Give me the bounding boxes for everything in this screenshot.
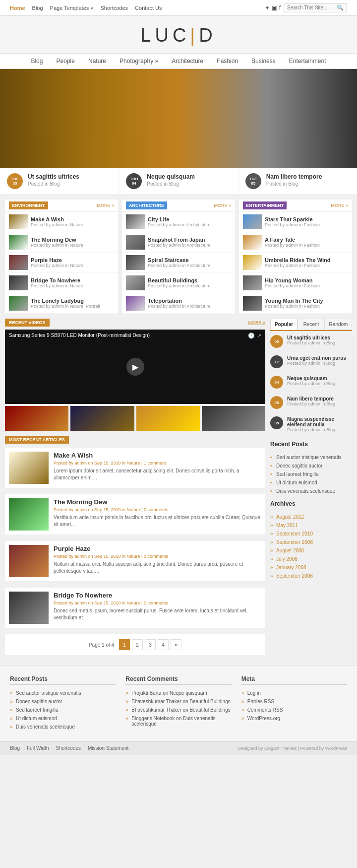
featured-item-1[interactable]: TUE 05 Ut sagittis ultrices Posted in Bl… (0, 168, 119, 194)
cat-item[interactable]: Stars That Sparkle Posted by admin in Fa… (239, 212, 352, 232)
page-btn-3[interactable]: 3 (145, 639, 156, 650)
footer-meta-2[interactable]: Entries RSS (241, 697, 347, 706)
item-title[interactable]: Beautiful Buildings (148, 277, 211, 283)
bottom-footer-link-2[interactable]: Full Width (27, 745, 49, 751)
sec-nav-people[interactable]: People (57, 58, 75, 65)
sidebar-archive-3[interactable]: September 2010 (270, 530, 352, 538)
cat-item[interactable]: Young Man In The City Posted by admin in… (239, 293, 352, 314)
cat-more-environment[interactable]: MORE » (97, 203, 114, 208)
video-thumb-4[interactable] (202, 406, 265, 431)
footer-recent-post-5[interactable]: Duis venenatis scelerisque (10, 723, 116, 731)
page-next-btn[interactable]: » (171, 639, 181, 650)
page-btn-4[interactable]: 4 (158, 639, 169, 650)
item-title[interactable]: The Morning Dew (31, 237, 83, 243)
cat-item[interactable]: City Life Posted by admin in Architectur… (122, 212, 235, 232)
sp-title-2[interactable]: Urna eget erat non purus (287, 355, 346, 361)
footer-recent-post-1[interactable]: Sed auctor tristique venenatis (10, 689, 116, 697)
cat-item[interactable]: Umbrella Rides The Wind Posted by admin … (239, 253, 352, 273)
nav-page-templates[interactable]: Page Templates » (50, 5, 94, 11)
rss-icon[interactable]: ▣ (272, 4, 277, 11)
sec-nav-fashion[interactable]: Fashion (217, 58, 238, 65)
sidebar-list-item-3[interactable]: Sed laoreet fringilla (270, 470, 352, 478)
play-button[interactable]: ▶ (126, 358, 144, 376)
sidebar-archive-4[interactable]: September 2008 (270, 538, 352, 546)
sec-nav-nature[interactable]: Nature (88, 58, 106, 65)
footer-recent-comment-2[interactable]: Bhaveshkumar Thaker on Beautiful Buildin… (125, 697, 231, 706)
footer-meta-3[interactable]: Comments RSS (241, 706, 347, 714)
footer-meta-4[interactable]: WordPress.org (241, 714, 347, 723)
sp-title-3[interactable]: Neque quisquam (287, 376, 335, 381)
footer-recent-post-3[interactable]: Sed laoreet fringilla (10, 706, 116, 714)
nav-contact[interactable]: Contact Us (135, 5, 162, 11)
cat-item[interactable]: Make A Wish Posted by admin in Nature (5, 212, 118, 232)
sec-nav-architecture[interactable]: Architecture (172, 58, 203, 65)
article-title-1[interactable]: Make A Wish (54, 452, 261, 459)
footer-recent-comment-4[interactable]: Blogger's Notebook on Duis venenatis sce… (125, 714, 231, 728)
article-title-3[interactable]: Purple Haze (54, 545, 261, 552)
cat-item[interactable]: Beautiful Buildings Posted by admin in A… (122, 273, 235, 293)
item-title[interactable]: Purple Haze (31, 257, 83, 263)
sidebar-tab-random[interactable]: Random (325, 319, 352, 330)
sidebar-archive-7[interactable]: January 2008 (270, 563, 352, 572)
sp-title-5[interactable]: Magna suspendisse eleifend at nulla (287, 416, 352, 427)
sp-title-4[interactable]: Nam libero tempore (287, 396, 335, 401)
item-title[interactable]: Hip Young Woman (265, 277, 320, 283)
page-btn-1[interactable]: 1 (119, 639, 130, 650)
share-icon[interactable]: ↗ (257, 333, 261, 339)
bottom-footer-link-1[interactable]: Blog (10, 745, 20, 751)
video-thumb-1[interactable] (5, 406, 68, 431)
item-title[interactable]: Teleportation (148, 298, 211, 304)
cat-item[interactable]: Teleportation Posted by admin in Archite… (122, 293, 235, 314)
footer-recent-post-4[interactable]: Ut dictum euismod (10, 714, 116, 723)
item-title[interactable]: Young Man In The City (265, 298, 323, 304)
cat-item[interactable]: Hip Young Woman Posted by admin in Fashi… (239, 273, 352, 293)
sidebar-list-item-1[interactable]: Sed auctor tristique venenatis (270, 453, 352, 462)
cat-item[interactable]: The Morning Dew Posted by admin in Natur… (5, 232, 118, 253)
sidebar-list-item-5[interactable]: Duis venenatis scelerisque (270, 487, 352, 495)
search-icon[interactable]: 🔍 (337, 4, 344, 11)
sidebar-tab-recent[interactable]: Recent (298, 319, 325, 330)
footer-recent-post-2[interactable]: Donec sagittis auctor (10, 697, 116, 706)
featured-title-2[interactable]: Neque quisquam (147, 173, 195, 180)
cat-item[interactable]: A Fairy Tale Posted by admin in Fashion (239, 232, 352, 253)
sec-nav-photography[interactable]: Photography » (119, 58, 158, 65)
bottom-footer-link-4[interactable]: Mission Statement (88, 745, 128, 751)
featured-title-3[interactable]: Nam libero tempore (266, 173, 322, 180)
nav-shortcodes[interactable]: Shortcodes (100, 5, 128, 11)
page-btn-2[interactable]: 2 (132, 639, 143, 650)
cat-item[interactable]: Bridge To Nowhere Posted by admin in Nat… (5, 273, 118, 293)
sec-nav-business[interactable]: Business (251, 58, 276, 65)
sidebar-archive-2[interactable]: May 2011 (270, 521, 352, 530)
item-title[interactable]: Snapshot From Japan (148, 237, 211, 243)
search-box[interactable]: 🔍 (284, 3, 347, 12)
sidebar-list-item-4[interactable]: Ut dictum euismod (270, 478, 352, 487)
article-title-4[interactable]: Bridge To Nowhere (54, 592, 261, 599)
sp-title-1[interactable]: Ut sagittis ultrices (287, 335, 335, 340)
nav-home[interactable]: Home (10, 5, 25, 11)
video-player[interactable]: Samsung Series 9 SB970 LED Monitor (Post… (5, 330, 265, 404)
item-title[interactable]: Make A Wish (31, 216, 83, 222)
featured-item-2[interactable]: THU 04 Neque quisquam Posted in Blog (119, 168, 238, 194)
sidebar-tab-popular[interactable]: Popular (270, 319, 298, 330)
sidebar-archive-5[interactable]: August 2008 (270, 546, 352, 555)
video-thumb-2[interactable] (70, 406, 134, 431)
footer-meta-1[interactable]: Log in (241, 689, 347, 697)
item-title[interactable]: Bridge To Nowhere (31, 277, 83, 283)
facebook-icon[interactable]: f (279, 4, 281, 11)
video-thumb-3[interactable] (136, 406, 200, 431)
featured-item-3[interactable]: TUE 05 Nam libero tempore Posted in Blog (238, 168, 357, 194)
footer-recent-comment-3[interactable]: Bhaveshkumar Thaker on Beautiful Buildin… (125, 706, 231, 714)
sec-nav-blog[interactable]: Blog (31, 58, 43, 65)
site-logo[interactable]: LUC|D (0, 25, 357, 46)
item-title[interactable]: Spiral Staircase (148, 257, 211, 263)
sec-nav-entertainment[interactable]: Entertainment (289, 58, 326, 65)
search-input[interactable] (287, 5, 337, 10)
sidebar-archive-8[interactable]: September 2006 (270, 572, 352, 580)
nav-blog[interactable]: Blog (32, 5, 43, 11)
bottom-footer-link-3[interactable]: Shortcodes (56, 745, 81, 751)
sidebar-archive-6[interactable]: July 2008 (270, 555, 352, 563)
sidebar-list-item-2[interactable]: Donec sagittis auctor (270, 462, 352, 470)
cat-item[interactable]: Snapshot From Japan Posted by admin in A… (122, 232, 235, 253)
sidebar-archive-1[interactable]: August 2012 (270, 513, 352, 521)
article-title-2[interactable]: The Morning Dew (54, 498, 261, 506)
